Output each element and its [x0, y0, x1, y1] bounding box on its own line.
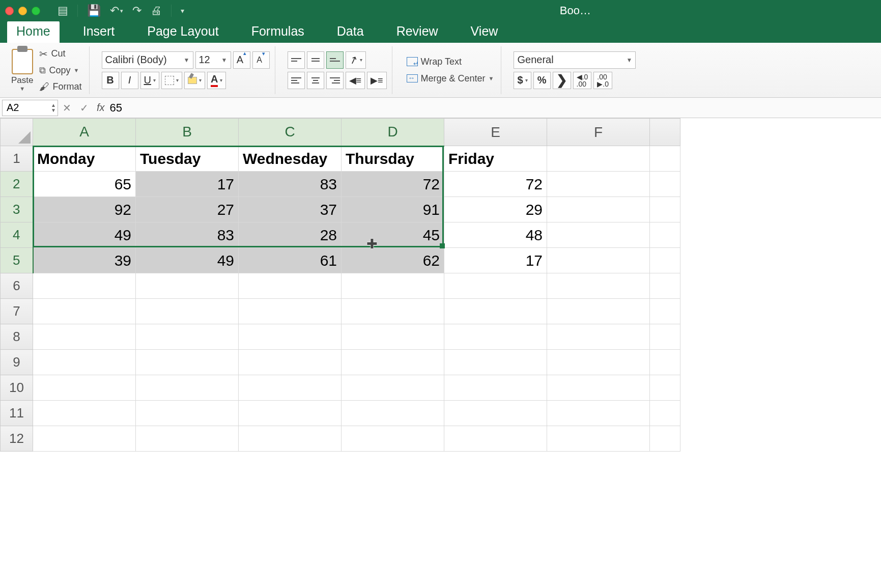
row-header-2[interactable]: 2: [1, 172, 33, 197]
cell-F1[interactable]: [547, 146, 650, 172]
align-center-button[interactable]: [307, 72, 324, 89]
paste-dropdown-icon[interactable]: ▼: [19, 86, 25, 92]
cell-F3[interactable]: [547, 197, 650, 222]
cell-blank[interactable]: [650, 248, 680, 273]
select-all-corner[interactable]: [1, 119, 33, 146]
cell-F6[interactable]: [547, 273, 650, 299]
row-header-9[interactable]: 9: [1, 350, 33, 375]
orientation-button[interactable]: ↗: [346, 51, 366, 69]
decrease-font-button[interactable]: A▾: [252, 51, 270, 69]
cell-E8[interactable]: [444, 324, 547, 350]
cell-C7[interactable]: [239, 299, 342, 324]
cell-D10[interactable]: [342, 375, 444, 401]
cell-B12[interactable]: [136, 426, 239, 452]
cell-A1[interactable]: Monday: [33, 146, 136, 172]
cell-B11[interactable]: [136, 401, 239, 426]
column-header-extra[interactable]: [650, 119, 680, 146]
increase-decimal-button[interactable]: ◀.0.00: [573, 72, 592, 89]
cell-A6[interactable]: [33, 273, 136, 299]
cell-blank[interactable]: [650, 375, 680, 401]
tab-formulas[interactable]: Formulas: [242, 21, 314, 43]
borders-button[interactable]: [161, 72, 182, 89]
cell-D9[interactable]: [342, 350, 444, 375]
cell-blank[interactable]: [650, 197, 680, 222]
row-header-6[interactable]: 6: [1, 273, 33, 299]
redo-button[interactable]: ↷: [132, 4, 141, 17]
cell-C6[interactable]: [239, 273, 342, 299]
align-top-button[interactable]: [288, 51, 305, 69]
cell-D12[interactable]: [342, 426, 444, 452]
spreadsheet-grid[interactable]: ABCDEF 1MondayTuesdayWednesdayThursdayFr…: [0, 118, 881, 452]
cell-D5[interactable]: 62: [342, 248, 444, 273]
cell-F12[interactable]: [547, 426, 650, 452]
cell-B2[interactable]: 17: [136, 172, 239, 197]
increase-font-button[interactable]: A▴: [233, 51, 250, 69]
cell-F11[interactable]: [547, 401, 650, 426]
cell-E9[interactable]: [444, 350, 547, 375]
copy-dropdown-icon[interactable]: ▼: [74, 67, 79, 73]
cell-E11[interactable]: [444, 401, 547, 426]
cell-C9[interactable]: [239, 350, 342, 375]
font-name-combo[interactable]: Calibri (Body) ▼: [102, 51, 193, 69]
cell-E5[interactable]: 17: [444, 248, 547, 273]
font-size-combo[interactable]: 12 ▼: [195, 51, 231, 69]
copy-button[interactable]: ⧉ Copy ▼: [37, 64, 83, 77]
cell-F10[interactable]: [547, 375, 650, 401]
accounting-format-button[interactable]: $: [514, 72, 531, 89]
cell-A11[interactable]: [33, 401, 136, 426]
cell-B5[interactable]: 49: [136, 248, 239, 273]
cell-B9[interactable]: [136, 350, 239, 375]
row-header-10[interactable]: 10: [1, 375, 33, 401]
cell-B10[interactable]: [136, 375, 239, 401]
cell-B6[interactable]: [136, 273, 239, 299]
percent-format-button[interactable]: %: [533, 72, 551, 89]
cell-C2[interactable]: 83: [239, 172, 342, 197]
cancel-formula-button[interactable]: ✕: [58, 102, 75, 114]
merge-dropdown-icon[interactable]: ▼: [489, 75, 494, 81]
tab-home[interactable]: Home: [7, 21, 60, 43]
column-header-E[interactable]: E: [444, 119, 547, 146]
align-bottom-button[interactable]: [326, 51, 344, 69]
cell-A2[interactable]: 65: [33, 172, 136, 197]
cell-F9[interactable]: [547, 350, 650, 375]
column-header-F[interactable]: F: [547, 119, 650, 146]
row-header-1[interactable]: 1: [1, 146, 33, 172]
cell-B1[interactable]: Tuesday: [136, 146, 239, 172]
cell-A7[interactable]: [33, 299, 136, 324]
cell-C3[interactable]: 37: [239, 197, 342, 222]
cell-E6[interactable]: [444, 273, 547, 299]
cell-E3[interactable]: 29: [444, 197, 547, 222]
row-header-7[interactable]: 7: [1, 299, 33, 324]
cell-E7[interactable]: [444, 299, 547, 324]
increase-indent-button[interactable]: ▶≡: [367, 72, 387, 89]
cell-D7[interactable]: [342, 299, 444, 324]
bold-button[interactable]: B: [102, 72, 119, 89]
cell-A4[interactable]: 49: [33, 222, 136, 248]
cell-D4[interactable]: 45: [342, 222, 444, 248]
cell-E12[interactable]: [444, 426, 547, 452]
name-box-spinner[interactable]: ▲▼: [51, 103, 56, 113]
tab-review[interactable]: Review: [387, 21, 447, 43]
save-icon[interactable]: 💾: [87, 4, 101, 17]
row-header-4[interactable]: 4: [1, 222, 33, 248]
fill-color-button[interactable]: [184, 72, 205, 89]
comma-format-button[interactable]: ❯: [553, 72, 571, 89]
cell-A8[interactable]: [33, 324, 136, 350]
cell-C5[interactable]: 61: [239, 248, 342, 273]
cell-D1[interactable]: Thursday: [342, 146, 444, 172]
column-header-D[interactable]: D: [342, 119, 444, 146]
cell-E4[interactable]: 48: [444, 222, 547, 248]
cell-B4[interactable]: 83: [136, 222, 239, 248]
paste-button[interactable]: Paste ▼: [11, 49, 33, 92]
column-header-B[interactable]: B: [136, 119, 239, 146]
cell-A10[interactable]: [33, 375, 136, 401]
undo-button[interactable]: ↶▾: [110, 4, 123, 17]
cell-F8[interactable]: [547, 324, 650, 350]
cell-F5[interactable]: [547, 248, 650, 273]
autosave-icon[interactable]: ▤: [58, 4, 68, 17]
row-header-11[interactable]: 11: [1, 401, 33, 426]
cell-D6[interactable]: [342, 273, 444, 299]
cell-D11[interactable]: [342, 401, 444, 426]
accept-formula-button[interactable]: ✓: [75, 102, 93, 114]
decrease-decimal-button[interactable]: .00▶.0: [593, 72, 612, 89]
